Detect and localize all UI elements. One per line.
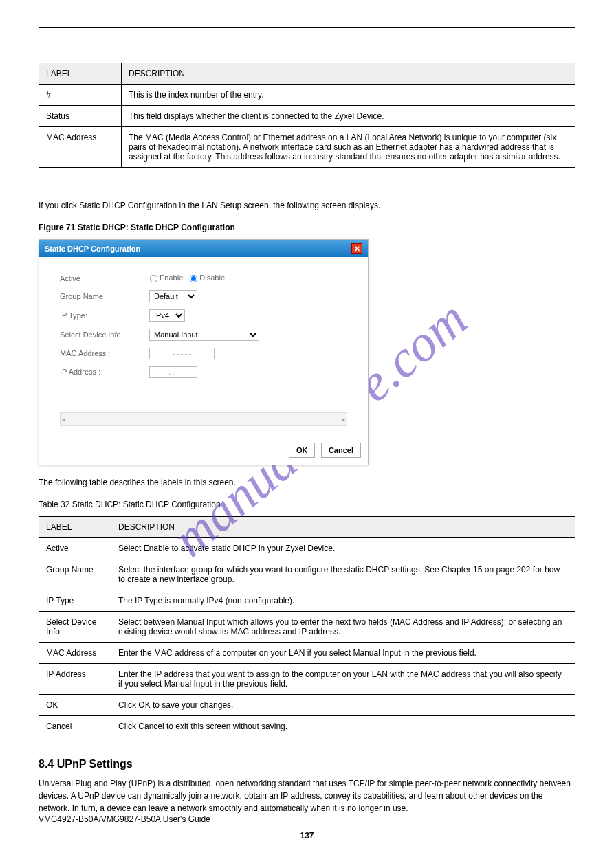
cell-desc: Select the interface group for which you… — [111, 559, 575, 590]
table-row: MAC AddressEnter the MAC address of a co… — [39, 642, 575, 663]
section-body: Universal Plug and Play (UPnP) is a dist… — [39, 777, 575, 814]
table-row: Select Device InfoSelect between Manual … — [39, 611, 575, 642]
cell-label: Cancel — [39, 715, 111, 737]
cell-label: Active — [39, 537, 111, 559]
enable-text: Enable — [160, 274, 183, 282]
cell-desc: Click Cancel to exit this screen without… — [111, 715, 575, 737]
figure-intro-text: If you click Static DHCP Configuration i… — [39, 201, 575, 210]
scroll-right-icon[interactable]: ▸ — [342, 415, 345, 423]
table-row: IP TypeThe IP Type is normally IPv4 (non… — [39, 590, 575, 611]
disable-radio-label[interactable]: Disable — [189, 274, 225, 282]
table-row: Group NameSelect the interface group for… — [39, 559, 575, 590]
top-rule — [39, 27, 575, 28]
table2-header-description: DESCRIPTION — [111, 516, 575, 537]
cell-label: MAC Address — [39, 127, 122, 168]
cell-desc: Select between Manual Input which allows… — [111, 611, 575, 642]
table2-caption: Table 32 Static DHCP: Static DHCP Config… — [39, 500, 575, 509]
group-name-select[interactable]: Default — [149, 290, 197, 302]
ip-type-select[interactable]: IPv4 — [149, 309, 185, 322]
close-icon[interactable]: ✕ — [351, 243, 362, 254]
table-row: OKClick OK to save your changes. — [39, 694, 575, 715]
cell-desc: This is the index number of the entry. — [122, 85, 575, 106]
mac-address-label: MAC Address : — [60, 349, 149, 357]
static-dhcp-dialog: Static DHCP Configuration ✕ Active Enabl… — [39, 239, 369, 465]
table-row: IP AddressEnter the IP address that you … — [39, 663, 575, 694]
cell-label: IP Address — [39, 663, 111, 694]
cell-label: MAC Address — [39, 642, 111, 663]
cell-desc: Select Enable to activate static DHCP in… — [111, 537, 575, 559]
cell-desc: The IP Type is normally IPv4 (non-config… — [111, 590, 575, 611]
cell-label: Select Device Info — [39, 611, 111, 642]
cell-desc: Enter the MAC address of a computer on y… — [111, 642, 575, 663]
disable-radio[interactable] — [190, 274, 198, 282]
table-static-dhcp-config: LABEL DESCRIPTION ActiveSelect Enable to… — [39, 516, 575, 737]
table1-header-description: DESCRIPTION — [122, 63, 575, 85]
ip-address-label: IP Address : — [60, 368, 149, 376]
device-info-label: Select Device Info — [60, 331, 149, 339]
cell-label: IP Type — [39, 590, 111, 611]
table-row: ActiveSelect Enable to activate static D… — [39, 537, 575, 559]
cell-label: # — [39, 85, 122, 106]
enable-radio-label[interactable]: Enable — [149, 274, 183, 282]
active-label: Active — [60, 274, 149, 282]
cell-label: Group Name — [39, 559, 111, 590]
cell-label: Status — [39, 106, 122, 127]
cell-desc: Enter the IP address that you want to as… — [111, 663, 575, 694]
page-footer: VMG4927-B50A/VMG9827-B50A User's Guide 1… — [39, 810, 575, 841]
ok-button[interactable]: OK — [289, 443, 316, 458]
device-info-select[interactable]: Manual Input — [149, 329, 259, 341]
table1-header-label: LABEL — [39, 63, 122, 85]
table-mac-address: LABEL DESCRIPTION # This is the index nu… — [39, 63, 575, 168]
cell-desc: The MAC (Media Access Control) or Ethern… — [122, 127, 575, 168]
group-name-label: Group Name — [60, 292, 149, 300]
footer-page-number: 137 — [300, 831, 314, 841]
scroll-left-icon[interactable]: ◂ — [62, 415, 65, 423]
table-row: MAC Address The MAC (Media Access Contro… — [39, 127, 575, 168]
dialog-titlebar: Static DHCP Configuration ✕ — [39, 240, 368, 257]
table2-header-label: LABEL — [39, 516, 111, 537]
cell-desc: This field displays whether the client i… — [122, 106, 575, 127]
cancel-button[interactable]: Cancel — [321, 443, 361, 458]
table-row: Status This field displays whether the c… — [39, 106, 575, 127]
ip-address-input[interactable]: . . . — [149, 366, 197, 378]
ip-type-label: IP Type: — [60, 311, 149, 320]
footer-left: VMG4927-B50A/VMG9827-B50A User's Guide — [39, 814, 210, 824]
dialog-scrollbar[interactable]: ◂ ▸ — [60, 412, 347, 426]
enable-radio[interactable] — [150, 274, 158, 282]
section-heading: 8.4 UPnP Settings — [39, 758, 575, 770]
cell-desc: Click OK to save your changes. — [111, 694, 575, 715]
dialog-title-text: Static DHCP Configuration — [45, 245, 140, 253]
table2-intro: The following table describes the labels… — [39, 478, 575, 487]
figure-label: Figure 71 Static DHCP: Static DHCP Confi… — [39, 223, 575, 232]
cell-label: OK — [39, 694, 111, 715]
table-row: CancelClick Cancel to exit this screen w… — [39, 715, 575, 737]
mac-address-input[interactable]: - - - - - — [149, 348, 215, 359]
table-row: # This is the index number of the entry. — [39, 85, 575, 106]
disable-text: Disable — [199, 274, 225, 282]
